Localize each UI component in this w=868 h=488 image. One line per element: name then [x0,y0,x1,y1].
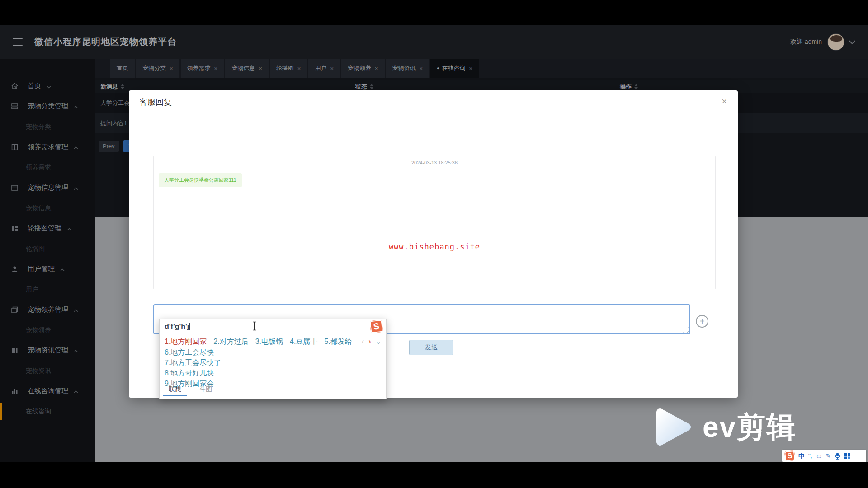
letterbox-bottom [0,462,868,488]
chat-message-bubble: 大学分工会尽快孚泰公寓回家111 [159,173,242,187]
ev-brand-text: ev剪辑 [703,408,796,447]
ime-candidates-row: 1.地方刚回家 2.对方过后 3.电饭锅 4.豆腐干 5.都发给 [165,337,352,347]
ime-tab-association[interactable]: 联想 [169,385,181,396]
ime-candidate[interactable]: 4.豆腐干 [290,337,317,347]
resize-handle[interactable] [683,327,689,333]
ime-panel: d'f'g'h'j S 1.地方刚回家 2.对方过后 3.电饭锅 4.豆腐干 5… [159,319,387,399]
ime-candidate[interactable]: 7.地方工会尽快了 [165,358,221,368]
expand-icon[interactable]: ⌄ [376,337,382,346]
ime-footer-tabs: 联想 斗图 [169,385,212,396]
letterbox-top [0,0,868,25]
punctuation-mode-icon[interactable]: °, [808,453,812,459]
ime-candidate[interactable]: 3.电饭锅 [255,337,283,347]
chat-history-panel: 2024-03-13 18:25:36 大学分工会尽快孚泰公寓回家111 www… [153,156,716,289]
next-page-icon[interactable]: › [368,338,371,346]
sogou-language-bar: S 中 °, ☺ ✎ [782,450,866,462]
attach-button[interactable]: + [696,315,708,328]
ime-candidate[interactable]: 2.对方过后 [213,337,248,347]
ime-tab-meme[interactable]: 斗图 [199,385,212,396]
toolbox-grid-icon[interactable] [844,453,851,460]
ime-composition: d'f'g'h'j [165,323,190,331]
sogou-logo-icon[interactable]: S [784,450,795,461]
chinese-mode-icon[interactable]: 中 [798,453,805,459]
ev-editor-watermark: ev剪辑 [655,406,796,448]
ime-candidate[interactable]: 5.都发给 [324,337,352,347]
screen: 微信小程序昆明地区宠物领养平台 欢迎 admin 首页 宠物分类管理 [0,0,868,488]
send-label: 发送 [425,343,438,352]
ime-candidate[interactable]: 8.地方哥好几块 [165,369,214,378]
message-timestamp: 2024-03-13 18:25:36 [154,160,715,165]
sogou-logo-icon: S [370,320,383,333]
send-button[interactable]: 发送 [409,340,453,355]
microphone-icon[interactable] [835,452,840,460]
prev-page-icon[interactable]: ‹ [362,338,364,346]
ime-page-nav: ‹ › ⌄ [362,337,382,346]
modal-title: 客服回复 [139,97,172,108]
ime-candidate[interactable]: 6.地方工会尽快 [165,348,214,357]
video-watermark-url: www.bishebang.site [154,242,715,251]
ime-candidate[interactable]: 1.地方刚回家 [165,337,207,347]
text-caret [160,308,160,317]
pencil-icon[interactable]: ✎ [826,453,831,459]
plus-icon: + [699,317,705,326]
emoji-icon[interactable]: ☺ [816,453,822,459]
play-icon [655,406,693,448]
ibeam-cursor-icon [252,321,257,331]
close-icon[interactable]: × [722,97,727,106]
